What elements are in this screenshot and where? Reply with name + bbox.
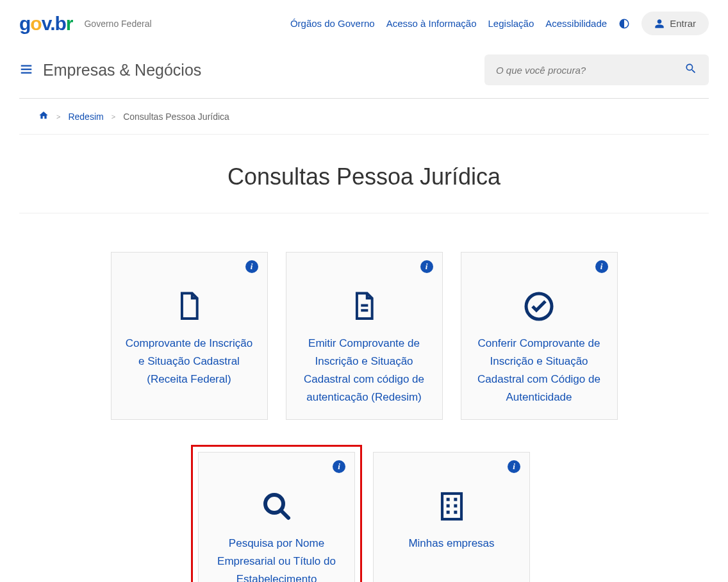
- breadcrumb-sep: >: [56, 113, 60, 121]
- file-lines-icon: [352, 291, 376, 322]
- tile-label: Pesquisa por Nome Empresarial ou Título …: [211, 535, 342, 582]
- svg-rect-3: [446, 498, 449, 501]
- tile-comprovante-receita[interactable]: i Comprovante de Inscrição e Situação Ca…: [111, 252, 268, 420]
- tile-pesquisa-nome[interactable]: i Pesquisa por Nome Empresarial ou Títul…: [198, 452, 355, 582]
- home-icon[interactable]: [38, 110, 49, 122]
- info-icon[interactable]: i: [595, 260, 608, 273]
- govbr-logo[interactable]: gov.br: [19, 13, 72, 35]
- page-title: Consultas Pessoa Jurídica: [19, 135, 709, 213]
- info-icon[interactable]: i: [245, 260, 258, 273]
- link-acessibilidade[interactable]: Acessibilidade: [545, 18, 607, 29]
- portal-title: Empresas & Negócios: [43, 61, 201, 79]
- breadcrumb-redesim[interactable]: Redesim: [68, 112, 103, 122]
- svg-rect-5: [446, 504, 449, 508]
- link-acesso[interactable]: Acesso à Informação: [386, 18, 477, 29]
- file-icon: [177, 291, 201, 322]
- check-circle-icon: [524, 291, 554, 322]
- breadcrumb-current: Consultas Pessoa Jurídica: [123, 112, 229, 122]
- svg-rect-2: [442, 494, 461, 519]
- magnify-icon: [261, 491, 292, 522]
- search-input[interactable]: [496, 65, 684, 76]
- info-icon[interactable]: i: [508, 460, 520, 473]
- info-icon[interactable]: i: [333, 460, 345, 473]
- info-icon[interactable]: i: [420, 260, 433, 273]
- svg-rect-4: [454, 498, 457, 501]
- search-icon[interactable]: [684, 62, 697, 78]
- svg-rect-7: [446, 511, 449, 514]
- breadcrumb-sep: >: [112, 113, 115, 121]
- svg-rect-8: [454, 511, 457, 514]
- login-button[interactable]: Entrar: [641, 12, 709, 35]
- breadcrumb: > Redesim > Consultas Pessoa Jurídica: [19, 99, 709, 135]
- login-label: Entrar: [670, 18, 696, 29]
- contrast-icon[interactable]: [618, 18, 630, 29]
- building-icon: [439, 491, 465, 522]
- govbr-subtitle: Governo Federal: [84, 19, 151, 29]
- tile-minhas-empresas[interactable]: i Minhas empresas: [373, 452, 530, 582]
- tile-conferir-comprovante[interactable]: i Conferir Comprovante de Inscrição e Si…: [461, 252, 618, 420]
- tile-label: Conferir Comprovante de Inscrição e Situ…: [474, 335, 604, 406]
- link-orgaos[interactable]: Órgãos do Governo: [290, 18, 375, 29]
- link-legislacao[interactable]: Legislação: [488, 18, 534, 29]
- tile-label: Minhas empresas: [408, 535, 494, 553]
- tile-label: Emitir Comprovante de Inscrição e Situaç…: [299, 335, 429, 406]
- tile-emitir-comprovante[interactable]: i Emitir Comprovante de Inscrição e Situ…: [286, 252, 443, 420]
- tile-label: Comprovante de Inscrição e Situação Cada…: [124, 335, 254, 388]
- menu-icon[interactable]: [19, 62, 33, 78]
- svg-rect-6: [454, 504, 457, 508]
- search-box[interactable]: [484, 54, 709, 85]
